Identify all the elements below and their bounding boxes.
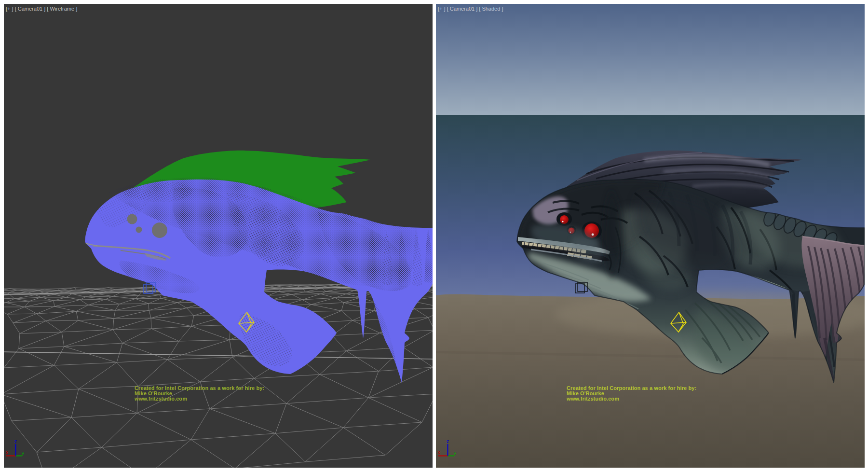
svg-text:x: x xyxy=(438,450,440,455)
svg-text:y: y xyxy=(454,451,456,456)
svg-text:z: z xyxy=(14,439,17,444)
svg-text:www.fritzstudio.com: www.fritzstudio.com xyxy=(134,396,187,402)
svg-text:[+ ] [ Camera01 ] [ Shaded ]: [+ ] [ Camera01 ] [ Shaded ] xyxy=(438,6,503,12)
svg-text:www.fritzstudio.com: www.fritzstudio.com xyxy=(566,396,619,402)
svg-text:z: z xyxy=(447,439,449,444)
svg-text:x: x xyxy=(6,450,8,455)
svg-text:y: y xyxy=(22,451,24,456)
svg-text:[+ ] [ Camera01 ] [ Wireframe: [+ ] [ Camera01 ] [ Wireframe ] xyxy=(6,6,77,12)
